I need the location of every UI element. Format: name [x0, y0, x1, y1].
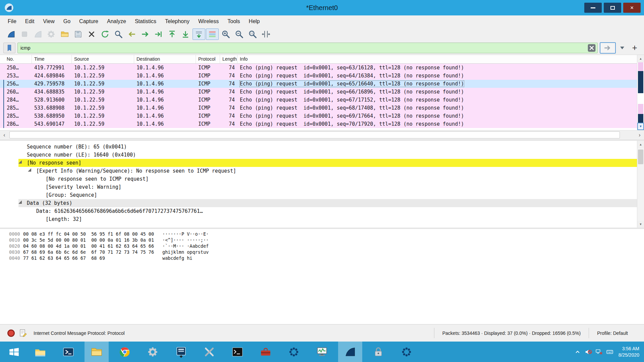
menu-go[interactable]: Go — [59, 15, 75, 27]
detail-line[interactable]: [Group: Sequence] — [0, 191, 637, 199]
column-header-protocol[interactable]: Protocol — [196, 55, 220, 63]
taskbar-toolbox[interactable] — [254, 342, 278, 362]
detail-line[interactable]: Sequence number (LE): 16640 (0x4100) — [0, 151, 637, 159]
taskbar-file-explorer[interactable] — [28, 342, 52, 362]
start-capture-button[interactable] — [5, 28, 17, 40]
zoom-out-button[interactable] — [233, 28, 246, 40]
menu-view[interactable]: View — [39, 15, 59, 27]
menu-telephony[interactable]: Telephony — [161, 15, 194, 27]
details-scroll-down-button[interactable] — [637, 221, 644, 228]
close-button[interactable] — [623, 3, 641, 13]
column-header-source[interactable]: Source — [72, 55, 134, 63]
packet-list-horizontal-scrollbar[interactable]: ‹ › — [0, 130, 644, 139]
tray-keyboard[interactable] — [604, 342, 615, 362]
taskbar-server-tool[interactable] — [169, 342, 193, 362]
packet-row[interactable]: 260…434.68883510.1.22.5910.1.4.96ICMP74E… — [0, 88, 637, 96]
tray-network-error[interactable] — [594, 342, 604, 362]
detail-line[interactable]: Data (32 bytes) — [0, 199, 637, 207]
zoom-reset-button[interactable]: 1:1 — [246, 28, 259, 40]
column-header-info[interactable]: Info — [237, 55, 637, 63]
status-profile[interactable]: Profile: Default — [589, 328, 639, 338]
capture-comment-button[interactable] — [19, 329, 28, 338]
tray-volume-muted[interactable] — [583, 342, 594, 362]
start-button[interactable] — [0, 342, 28, 362]
go-forward-button[interactable] — [139, 28, 152, 40]
detail-line[interactable]: [Severity level: Warning] — [0, 183, 637, 191]
packet-list-vertical-scrollbar[interactable] — [637, 55, 644, 130]
menu-edit[interactable]: Edit — [21, 15, 39, 27]
filter-apply-button[interactable] — [600, 42, 616, 54]
detail-line[interactable]: [No response seen] — [0, 159, 637, 167]
packet-row[interactable]: 250…419.77299110.1.22.5910.1.4.96ICMP74E… — [0, 64, 637, 72]
scroll-down-button[interactable] — [637, 123, 644, 130]
minimize-button[interactable] — [584, 3, 602, 13]
open-file-button[interactable] — [58, 28, 71, 40]
taskbar-clock[interactable]: 3:56 AM 8/25/2020 — [619, 346, 639, 358]
detail-line[interactable]: [No response seen to ICMP request] — [0, 175, 637, 183]
menu-wireless[interactable]: Wireless — [194, 15, 223, 27]
resize-columns-button[interactable] — [260, 28, 272, 40]
detail-line[interactable]: Data: 6162636465666768696a6b6c6d6e6f7071… — [0, 207, 637, 215]
detail-line[interactable]: Sequence number (BE): 65 (0x0041) — [0, 143, 637, 151]
stop-capture-button[interactable] — [18, 28, 31, 40]
go-to-last-button[interactable] — [179, 28, 192, 40]
taskbar-performance-monitor[interactable] — [310, 342, 334, 362]
tray-expand-button[interactable] — [572, 342, 583, 362]
scroll-left-button[interactable]: ‹ — [0, 130, 9, 140]
column-header-no[interactable]: No. — [0, 55, 32, 63]
scroll-up-button[interactable] — [637, 55, 644, 62]
menu-statistics[interactable]: Statistics — [130, 15, 161, 27]
details-scroll-thumb[interactable] — [638, 149, 643, 164]
filter-input[interactable]: icmp — [17, 43, 598, 53]
expert-info-button[interactable] — [7, 329, 15, 337]
auto-scroll-button[interactable] — [193, 28, 205, 40]
taskbar-chrome[interactable] — [113, 342, 137, 362]
taskbar-lock-app[interactable] — [366, 342, 390, 362]
packet-row[interactable]: 284…528.91360010.1.22.5910.1.4.96ICMP74E… — [0, 96, 637, 104]
filter-bookmarks-button[interactable] — [3, 43, 15, 53]
go-to-first-button[interactable] — [166, 28, 178, 40]
taskbar-powershell[interactable] — [56, 342, 80, 362]
taskbar-admin-tools[interactable] — [197, 342, 221, 362]
menu-capture[interactable]: Capture — [75, 15, 103, 27]
expander-icon[interactable] — [18, 200, 27, 206]
packet-row[interactable]: 286…543.69014710.1.22.5910.1.4.96ICMP74E… — [0, 120, 637, 128]
close-file-button[interactable] — [85, 28, 98, 40]
details-scroll-track[interactable] — [637, 148, 644, 221]
restart-capture-button[interactable] — [32, 28, 44, 40]
detail-line[interactable]: [Expert Info (Warning/Sequence): No resp… — [0, 167, 637, 175]
menu-tools[interactable]: Tools — [223, 15, 244, 27]
go-back-button[interactable] — [125, 28, 138, 40]
column-header-time[interactable]: Time — [32, 55, 72, 63]
taskbar-folder-window[interactable] — [85, 342, 109, 362]
hex-row[interactable]: 000000 08 e3 ff fc 04 00 50 56 95 f1 6f … — [0, 231, 644, 237]
expander-icon[interactable] — [28, 168, 36, 174]
taskbar-app-dots-right[interactable] — [394, 342, 419, 362]
menu-file[interactable]: File — [3, 15, 21, 27]
hex-row[interactable]: 002004 60 08 00 4d 1a 00 01 00 41 61 62 … — [0, 243, 644, 249]
scroll-right-button[interactable]: › — [635, 130, 644, 140]
filter-add-button[interactable]: + — [629, 42, 641, 54]
menu-analyze[interactable]: Analyze — [103, 15, 130, 27]
packet-row[interactable]: 285…533.68890810.1.22.5910.1.4.96ICMP74E… — [0, 104, 637, 112]
hscroll-thumb[interactable] — [9, 131, 620, 138]
menu-help[interactable]: Help — [245, 15, 264, 27]
expander-icon[interactable] — [18, 160, 27, 166]
hex-row[interactable]: 004077 61 62 63 64 65 66 67 68 69wabcdef… — [0, 255, 644, 261]
zoom-in-button[interactable] — [219, 28, 232, 40]
details-vertical-scrollbar[interactable] — [637, 141, 644, 228]
taskbar-app-dots-left[interactable] — [282, 342, 306, 362]
taskbar-wireshark[interactable] — [338, 342, 362, 362]
column-header-length[interactable]: Length — [220, 55, 237, 63]
packet-row[interactable]: 253…424.68984610.1.22.5910.1.4.96ICMP74E… — [0, 72, 637, 80]
column-header-destination[interactable]: Destination — [134, 55, 196, 63]
colorize-packets-button[interactable] — [206, 28, 219, 40]
go-to-packet-button[interactable] — [152, 28, 165, 40]
save-file-button[interactable] — [72, 28, 85, 40]
filter-dropdown-button[interactable] — [618, 42, 627, 54]
maximize-button[interactable] — [604, 3, 621, 13]
packet-row[interactable]: 285…538.68895010.1.22.5910.1.4.96ICMP74E… — [0, 112, 637, 120]
taskbar-settings-gear[interactable] — [141, 342, 165, 362]
capture-options-button[interactable] — [45, 28, 58, 40]
hscroll-track[interactable] — [9, 130, 635, 139]
